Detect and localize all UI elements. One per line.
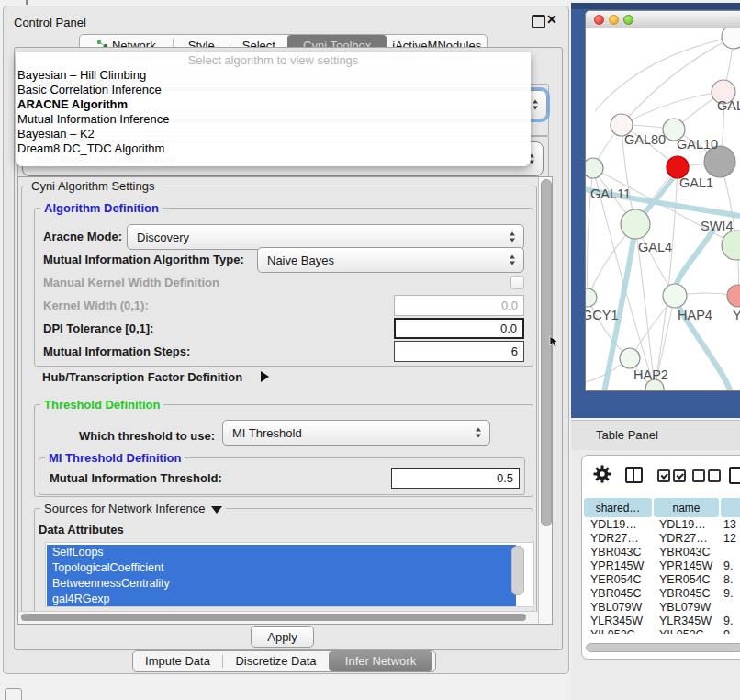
sources-group-title: Sources for Network Inference	[40, 502, 226, 515]
manual-kernel-checkbox[interactable]	[510, 276, 524, 289]
mi-steps-input[interactable]: 6	[394, 341, 524, 362]
node-hap2[interactable]	[620, 348, 640, 368]
aracne-mode-combo[interactable]: Discovery	[127, 224, 524, 250]
node-gcy1[interactable]	[586, 288, 597, 307]
network-window-titlebar[interactable]	[586, 11, 740, 28]
algorithm-definition-group: Algorithm Definition Aracne Mode: Discov…	[34, 208, 533, 367]
table-row[interactable]: YDR27…YDR27…12	[584, 532, 740, 546]
algorithm-definition-title: Algorithm Definition	[40, 201, 163, 215]
scrollbar-thumb[interactable]	[21, 614, 526, 621]
combo-stepper-icon	[510, 232, 516, 243]
settings-scrollpane: Cyni Algorithm Settings Algorithm Defini…	[17, 176, 553, 625]
dpi-tolerance-label: DPI Tolerance [0,1]:	[43, 322, 153, 335]
table-panel-title: Table Panel	[596, 428, 658, 442]
list-scrollbar-thumb[interactable]	[511, 546, 524, 595]
sources-collapse-arrow-icon[interactable]	[211, 506, 222, 514]
table-row[interactable]: YPR145WYPR145W9.	[584, 559, 740, 573]
manual-kernel-label: Manual Kernel Width Definition	[43, 276, 219, 289]
mi-steps-label: Mutual Information Steps:	[43, 344, 190, 358]
node-gal11[interactable]	[586, 158, 603, 178]
dropdown-item[interactable]: Dream8 DC_TDC Algorithm	[16, 141, 531, 156]
float-window-icon[interactable]	[532, 15, 545, 28]
list-item[interactable]: SelfLoops	[47, 545, 516, 560]
node-label: HAP4	[678, 308, 712, 322]
hub-expand-arrow-icon[interactable]	[261, 371, 269, 382]
mi-threshold-input[interactable]: 0.5	[391, 468, 520, 489]
mi-threshold-label: Mutual Information Threshold:	[50, 471, 222, 485]
dropdown-item[interactable]: Mutual Information Inference	[16, 112, 531, 127]
node-hap4[interactable]	[663, 284, 687, 308]
node-label: GAL11	[590, 186, 631, 201]
node-label: SWI4	[701, 219, 733, 233]
scrollbar-thumb[interactable]	[586, 643, 740, 652]
node-gal4[interactable]	[621, 209, 650, 239]
sources-group: Sources for Network Inference Data Attri…	[34, 508, 533, 625]
list-item[interactable]: gal4RGexp	[47, 592, 516, 607]
table-row[interactable]: YER054CYER054C8.	[584, 573, 740, 587]
node-label: GAL10	[677, 137, 718, 152]
close-icon[interactable]: ✕	[546, 12, 557, 27]
table-mode-icon[interactable]	[729, 467, 740, 484]
column-visibility-icon[interactable]	[625, 467, 643, 483]
list-item[interactable]: BetweennessCentrality	[47, 576, 516, 592]
table-panel-titlebar: Table Panel	[571, 420, 740, 451]
column-header-name[interactable]: name	[654, 498, 719, 517]
table-row[interactable]: YLR345WYLR345W9.	[584, 615, 740, 628]
mi-type-combo[interactable]: Naive Bayes	[257, 247, 524, 273]
dropdown-item[interactable]: Basic Correlation Inference	[16, 83, 531, 97]
kernel-width-input[interactable]: 0.0	[394, 295, 524, 316]
table-panel-window: shared… name YDL19…YDL19…13 YDR27…YDR27……	[581, 455, 740, 660]
node-y[interactable]	[727, 285, 740, 307]
list-item[interactable]: TopologicalCoefficient	[47, 560, 516, 576]
gear-icon[interactable]	[593, 465, 611, 483]
which-threshold-combo[interactable]: MI Threshold	[222, 420, 490, 446]
combo-stepper-icon	[510, 255, 516, 265]
column-header-shared-name[interactable]: shared…	[584, 498, 652, 517]
table-row[interactable]: YBL079WYBL079W	[584, 601, 740, 615]
collapsed-panel-button[interactable]	[5, 688, 22, 700]
table-row[interactable]: YBR045CYBR045C9.	[584, 587, 740, 601]
screen: { "window": { "title": "Control Panel" }…	[0, 0, 740, 700]
network-canvas[interactable]: GAL GAL80 GAL10 GAL1 GAL11 SWI4 GAL4 HAP…	[586, 28, 740, 390]
network-graph	[586, 28, 740, 390]
top-edge-artifact	[26, 0, 28, 5]
mouse-cursor	[549, 335, 560, 348]
tab-discretize-data[interactable]: Discretize Data	[223, 651, 329, 671]
node-swi4[interactable]	[722, 231, 740, 260]
column-header[interactable]	[721, 498, 740, 517]
node-label: GAL4	[638, 240, 672, 254]
table-row[interactable]: YIL052CYIL052C9.	[584, 628, 740, 634]
hub-definition-label[interactable]: Hub/Transcription Factor Definition	[42, 370, 242, 384]
dropdown-list: Bayesian – Hill ClimbingBasic Correlatio…	[16, 68, 531, 156]
table-body: YDL19…YDL19…13 YDR27…YDR27…12 YBR043CYBR…	[584, 518, 740, 634]
network-window: GAL GAL80 GAL10 GAL1 GAL11 SWI4 GAL4 HAP…	[585, 10, 740, 391]
deselect-all-checkboxes-icon[interactable]	[692, 469, 721, 482]
zoom-traffic-light-icon[interactable]	[623, 15, 633, 25]
node-label: Y	[733, 308, 740, 322]
settings-horizontal-scrollbar[interactable]	[18, 611, 538, 624]
settings-vertical-scrollbar[interactable]	[538, 177, 552, 624]
dropdown-item[interactable]: Bayesian – K2	[16, 127, 531, 141]
node[interactable]	[722, 28, 740, 49]
dpi-tolerance-input[interactable]: 0.0	[394, 318, 524, 339]
data-attributes-list[interactable]: SelfLoopsTopologicalCoefficientBetweenne…	[45, 542, 534, 607]
node-label: GAL80	[624, 132, 666, 147]
select-all-checkboxes-icon[interactable]	[657, 469, 686, 482]
dropdown-item[interactable]: Bayesian – Hill Climbing	[16, 68, 531, 83]
aracne-mode-label: Aracne Mode:	[43, 230, 122, 243]
close-traffic-light-icon[interactable]	[594, 15, 604, 25]
dropdown-item[interactable]: ARACNE Algorithm	[16, 97, 531, 112]
cyni-algorithm-settings-group: Cyni Algorithm Settings Algorithm Defini…	[21, 186, 537, 625]
table-row[interactable]: YDL19…YDL19…13	[584, 518, 740, 532]
algorithm-dropdown-popup: Select algorithm to view settings Bayesi…	[16, 52, 531, 166]
combo-stepper-icon	[476, 428, 482, 438]
minimize-traffic-light-icon[interactable]	[609, 15, 619, 25]
tab-infer-network[interactable]: Infer Network	[329, 651, 432, 671]
table-horizontal-scrollbar[interactable]	[583, 641, 740, 654]
table-row[interactable]: YBR043CYBR043C	[584, 546, 740, 559]
apply-button[interactable]: Apply	[251, 626, 314, 648]
scrollbar-thumb[interactable]	[541, 179, 552, 526]
combo-stepper-icon	[533, 100, 539, 110]
tab-impute-data[interactable]: Impute Data	[133, 651, 222, 671]
window-title: Control Panel	[14, 16, 86, 29]
